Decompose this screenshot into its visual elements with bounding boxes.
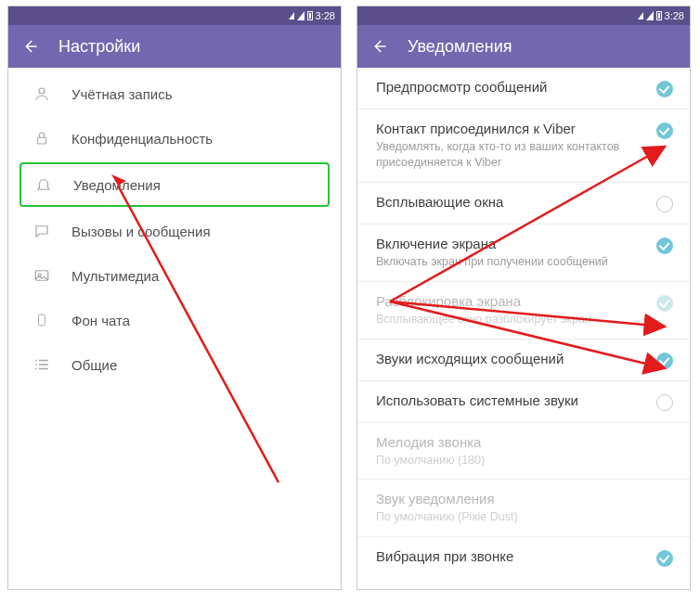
setting-subtitle: Включать экран при получении сообщений <box>376 254 649 270</box>
phone-notifications: 3:28 Уведомления Предпросмотр сообщений … <box>356 6 691 590</box>
checkbox-icon[interactable] <box>656 196 673 212</box>
svg-rect-4 <box>39 314 45 326</box>
setting-notif-sound: Звук уведомления По умолчанию (Pixie Dus… <box>357 480 690 537</box>
media-icon <box>32 266 51 285</box>
row-account[interactable]: Учётная запись <box>8 71 341 116</box>
checkbox-icon[interactable] <box>656 353 673 369</box>
row-media[interactable]: Мультимедиа <box>8 253 341 298</box>
setting-contact-joined[interactable]: Контакт присоединился к Viber Уведомлять… <box>357 109 690 183</box>
wifi-icon <box>646 11 654 20</box>
setting-title: Звуки исходящих сообщений <box>376 351 649 366</box>
setting-outgoing-sounds[interactable]: Звуки исходящих сообщений <box>357 340 690 381</box>
setting-screen-on[interactable]: Включение экрана Включать экран при полу… <box>357 225 690 282</box>
setting-title: Разблокировка экрана <box>376 293 649 309</box>
setting-unlock: Разблокировка экрана Всплывающее окно ра… <box>357 282 690 340</box>
svg-rect-1 <box>37 137 45 144</box>
app-bar: Уведомления <box>357 25 690 68</box>
row-label: Мультимедиа <box>71 268 159 284</box>
row-label: Общие <box>71 357 117 373</box>
battery-icon <box>656 11 662 20</box>
setting-preview[interactable]: Предпросмотр сообщений <box>357 68 690 109</box>
app-bar: Настройки <box>8 25 341 68</box>
row-label: Уведомления <box>73 177 161 193</box>
checkbox-icon <box>656 295 673 312</box>
checkbox-icon[interactable] <box>656 237 673 254</box>
setting-popups[interactable]: Всплывающие окна <box>357 183 690 225</box>
setting-title: Вибрация при звонке <box>376 548 649 564</box>
user-icon <box>32 84 51 103</box>
setting-title: Звук уведомления <box>376 491 666 507</box>
row-wallpaper[interactable]: Фон чата <box>8 298 341 342</box>
row-general[interactable]: Общие <box>8 342 341 387</box>
setting-system-sounds[interactable]: Использовать системные звуки <box>357 381 690 423</box>
setting-subtitle: Уведомлять, когда кто-то из ваших контак… <box>376 139 649 171</box>
back-icon[interactable] <box>370 38 387 55</box>
setting-subtitle: По умолчанию (Pixie Dust) <box>376 509 666 525</box>
setting-subtitle: По умолчанию (180) <box>376 453 666 468</box>
checkbox-icon[interactable] <box>656 550 673 567</box>
setting-subtitle: Всплывающее окно разблокирует экран <box>376 312 649 327</box>
row-label: Вызовы и сообщения <box>71 224 211 239</box>
settings-list: Учётная запись Конфиденциальность Уведом… <box>8 68 341 391</box>
bell-icon <box>34 175 53 194</box>
row-label: Фон чата <box>71 313 130 328</box>
lock-icon <box>32 129 51 148</box>
status-bar: 3:28 <box>357 6 690 25</box>
status-bar: 3:28 <box>8 6 341 25</box>
back-icon[interactable] <box>21 38 38 55</box>
row-notifications[interactable]: Уведомления <box>19 162 330 207</box>
setting-ringtone: Мелодия звонка По умолчанию (180) <box>357 423 690 481</box>
svg-point-0 <box>39 88 45 94</box>
row-label: Учётная запись <box>71 86 173 102</box>
signal-icon <box>289 12 294 19</box>
clock: 3:28 <box>316 10 335 21</box>
row-privacy[interactable]: Конфиденциальность <box>8 116 341 160</box>
setting-title: Включение экрана <box>376 236 649 251</box>
list-icon <box>32 355 51 374</box>
checkbox-icon[interactable] <box>656 394 673 411</box>
row-calls[interactable]: Вызовы и сообщения <box>8 209 341 253</box>
setting-title: Всплывающие окна <box>376 194 649 210</box>
settings-list: Предпросмотр сообщений Контакт присоедин… <box>357 68 690 578</box>
setting-title: Предпросмотр сообщений <box>376 79 649 95</box>
row-label: Конфиденциальность <box>71 131 213 147</box>
setting-title: Контакт присоединился к Viber <box>376 121 649 136</box>
clock: 3:28 <box>665 10 684 21</box>
setting-vibrate[interactable]: Вибрация при звонке <box>357 537 690 578</box>
page-title: Уведомления <box>408 37 512 57</box>
wallpaper-icon <box>32 311 51 329</box>
checkbox-icon[interactable] <box>656 81 673 97</box>
checkbox-icon[interactable] <box>656 122 673 139</box>
battery-icon <box>307 11 313 20</box>
wifi-icon <box>297 11 305 20</box>
signal-icon <box>638 12 643 19</box>
setting-title: Мелодия звонка <box>376 434 666 450</box>
chat-icon <box>32 222 51 240</box>
phone-settings: 3:28 Настройки Учётная запись Конфиденци… <box>7 6 342 590</box>
setting-title: Использовать системные звуки <box>376 392 649 408</box>
page-title: Настройки <box>58 37 140 57</box>
